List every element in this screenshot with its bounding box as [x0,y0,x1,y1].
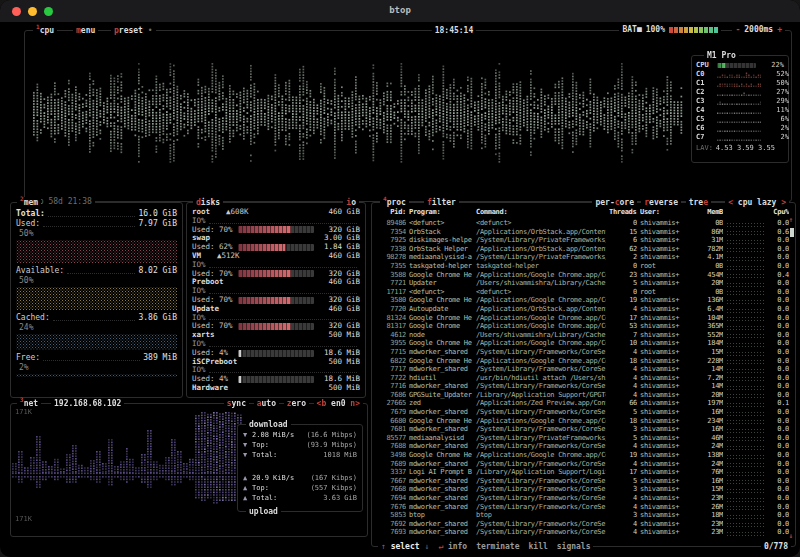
process-row[interactable]: 7717 mdworker_shared /System/Library/Fra… [372,365,795,374]
sort-prev-button[interactable]: < [728,198,733,207]
process-row[interactable]: 17117 <defunct> <defunct> 0 root 0B 0.0 [372,288,795,297]
process-cpu-sparkline [726,376,764,381]
process-row[interactable]: 7716 mdworker_shared /System/Library/Fra… [372,382,795,391]
process-row[interactable]: 7354 OrbStack /Applications/OrbStack.app… [372,228,795,237]
process-row[interactable]: 7720 Autoupdate /Applications/OrbStack.a… [372,305,795,314]
reverse-button[interactable]: reverse [641,197,681,208]
process-row[interactable]: 89486 <defunct> <defunct> 0 shivammis+ 0… [372,219,795,228]
process-row[interactable]: 3588 Google Chrome He /Applications/Goog… [372,271,795,280]
battery-segment [674,27,678,33]
net-stats-box: download ▼ 2.08 MiB/s (16.6 Mibps) ▼ Top… [237,424,363,512]
select-action[interactable]: ↑ select ↓ [381,541,429,552]
process-row[interactable]: 3580 Google Chrome He /Applications/Goog… [372,296,795,305]
disk-used-meter [238,297,314,304]
info-action[interactable]: ↵ info [438,541,467,552]
process-row[interactable]: 7693 mdworker_shared /System/Library/Fra… [372,528,795,537]
disk-used-meter [238,270,314,277]
process-row[interactable]: 7676 mdworker_shared /System/Library/Fra… [372,503,795,512]
sync-button[interactable]: sync [224,398,249,409]
process-row[interactable]: 7355 taskgated-helper taskgated-helper 0… [372,262,795,271]
process-row[interactable]: 3337 Logi AI Prompt B /Library/Applicati… [372,468,795,477]
process-row[interactable]: 7686 GPGSuite_Updater /Library/Applicati… [372,391,795,400]
disk-used-meter [238,244,314,251]
process-cpu-sparkline [726,351,764,356]
core-usage-meter [717,63,756,68]
iface-prev-button[interactable]: <b [317,399,327,408]
mem-entry: Cached: 3.86 GiB 24% [16,313,177,350]
sort-label: cpu lazy [738,198,777,207]
interval-minus-button[interactable]: - [735,25,740,34]
iface-next-button[interactable]: n> [350,399,360,408]
signals-action[interactable]: signals [557,541,591,552]
selection-counter: 0/778 [761,541,791,552]
battery-meter [669,27,718,33]
process-cpu-sparkline [726,479,764,484]
process-row[interactable]: 7925 diskimages-helpe /System/Library/Pr… [372,236,795,245]
process-row[interactable]: 81317 Google Chrome /Applications/Google… [372,322,795,331]
process-cpu-sparkline [726,282,764,287]
battery-label: BAT■ [622,25,641,34]
core-history-graph [717,116,761,123]
process-cpu-sparkline [726,333,764,338]
net-stat-row: ▼ 2.08 MiB/s (16.6 Mibps) [243,430,357,440]
process-row[interactable]: 7715 mdworker_shared /System/Library/Fra… [372,348,795,357]
process-row[interactable]: 7689 mdworker_shared /System/Library/Fra… [372,460,795,469]
terminate-action[interactable]: terminate [476,541,519,552]
process-row[interactable]: 3498 Google Chrome He /Applications/Goog… [372,451,795,460]
scroll-up-icon[interactable]: ↑ [789,216,793,224]
process-cpu-sparkline [726,239,764,244]
io-mode-button[interactable]: io [343,197,359,208]
menu-button[interactable]: menu [73,25,98,36]
process-cpu-sparkline [726,342,764,347]
battery-segment [709,27,713,33]
per-core-button[interactable]: per-core [592,197,637,208]
interval-plus-button[interactable]: + [777,25,782,34]
process-cpu-sparkline [726,411,764,416]
process-row[interactable]: 7667 mdworker_shared /System/Library/Fra… [372,477,795,486]
process-cpu-sparkline [726,522,764,527]
disk-entry: VM ▲512K 460 GiB IO% Used: 70% 320 GiB [192,252,360,278]
process-row[interactable]: 7668 mdworker_shared /System/Library/Fra… [372,485,795,494]
core-row: C5 6% [696,115,784,124]
process-row[interactable]: 98278 mediaanalysisd-a /System/Library/P… [372,253,795,262]
process-row[interactable]: 6680 Google Chrome He /Applications/Goog… [372,417,795,426]
core-history-graph [717,107,761,114]
process-row[interactable]: 7722 hdiutil /usr/bin/hdiutil attach /Us… [372,374,795,383]
process-row[interactable]: 7721 Updater /Users/shivammishra/Library… [372,279,795,288]
process-cpu-sparkline [726,471,764,476]
process-row[interactable]: 81324 Google Chrome He /Applications/Goo… [372,314,795,323]
process-row[interactable]: 27665 zed /Applications/Zed Preview.app/… [372,399,795,408]
disk-used-meter [238,226,314,233]
auto-button[interactable]: auto [254,398,279,409]
zero-button[interactable]: zero [284,398,309,409]
sort-next-button[interactable]: > [781,198,786,207]
mem-usage-graph [16,240,177,263]
process-cpu-sparkline [726,393,764,398]
process-row[interactable]: 5853 btop btop 3 shivammis+ 18M 0.0 [372,511,795,520]
process-row[interactable]: 85577 mediaanalysisd /System/Library/Pri… [372,434,795,443]
core-row: C1 50% [696,79,784,88]
process-row[interactable]: 7688 mdworker_shared /System/Library/Fra… [372,442,795,451]
process-row[interactable]: 7338 OrbStack Helper /Applications/OrbSt… [372,245,795,254]
process-row[interactable]: 6822 Google Chrome He /Applications/Goog… [372,357,795,366]
tree-button[interactable]: tree [686,197,711,208]
mem-usage-graph [16,374,177,377]
kill-action[interactable]: kill [529,541,548,552]
process-row[interactable]: 3955 Google Chrome He /Applications/Goog… [372,339,795,348]
mem-entry: Used: 7.97 GiB 50% [16,219,177,263]
process-row[interactable]: 4612 node /Users/shivammishra/Library/Ca… [372,331,795,340]
scrollbar-thumb[interactable] [790,228,794,237]
interface-selector: <b en0 n> [314,398,363,409]
process-cpu-sparkline [726,505,764,510]
process-row[interactable]: 7694 mdworker_shared /System/Library/Fra… [372,494,795,503]
process-cpu-sparkline [726,247,764,252]
cpu-core-box: M1 Pro CPU 22% C0 52% C1 50% C2 27% C3 2… [691,55,789,163]
preset-button[interactable]: preset • [111,25,156,36]
process-row[interactable]: 7679 mdworker_shared /System/Library/Fra… [372,408,795,417]
scroll-down-icon[interactable]: ↓ [789,532,793,540]
process-cpu-sparkline [726,428,764,433]
process-row[interactable]: 7681 mdworker_shared /System/Library/Fra… [372,425,795,434]
filter-button[interactable]: filter [424,197,459,208]
process-row[interactable]: 7692 mdworker_shared /System/Library/Fra… [372,520,795,529]
process-cpu-sparkline [726,488,764,493]
